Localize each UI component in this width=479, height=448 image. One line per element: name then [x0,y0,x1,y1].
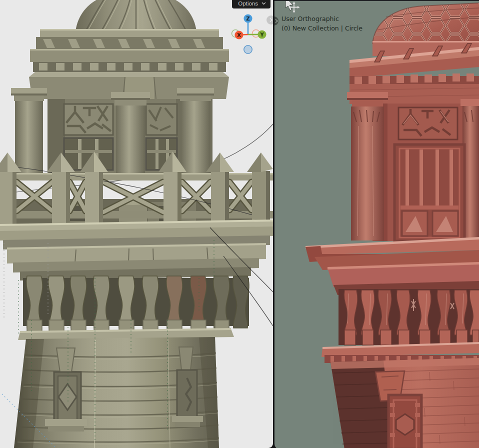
chevron-right-icon [274,18,278,24]
options-button[interactable]: Options [232,0,270,8]
right-vp-column-left [347,92,388,240]
collection-text: (0) New Collection | Circle [282,24,362,34]
right-vp-lattice-panel [398,108,458,140]
axis-neg-z-ball[interactable] [244,46,252,54]
tower-model-left[interactable] [0,0,273,448]
right-vp-window [394,144,464,241]
viewport-3d-right[interactable]: User Orthographic (0) New Collection | C… [274,0,479,448]
chevron-down-icon [262,2,266,5]
axis-x-label: X [237,32,241,38]
viewport-3d-left[interactable]: Options Z X Y [0,0,273,448]
axis-z-label: Z [246,16,250,22]
options-button-label: Options [238,0,258,9]
axis-y-label: Y [260,32,264,38]
sidebar-toggle-left[interactable] [266,16,273,24]
lattice-panel-right [146,104,177,135]
viewport-overlay-text: User Orthographic (0) New Collection | C… [282,14,362,33]
lattice-panel-left [64,104,113,135]
chevron-right-icon [269,18,273,22]
navigation-gizmo[interactable]: Z X Y [227,12,269,56]
tower-model-right[interactable] [274,1,479,448]
blender-window: Options Z X Y [0,0,479,448]
move-cursor-icon [278,1,300,16]
right-vp-lower-window [388,395,422,448]
